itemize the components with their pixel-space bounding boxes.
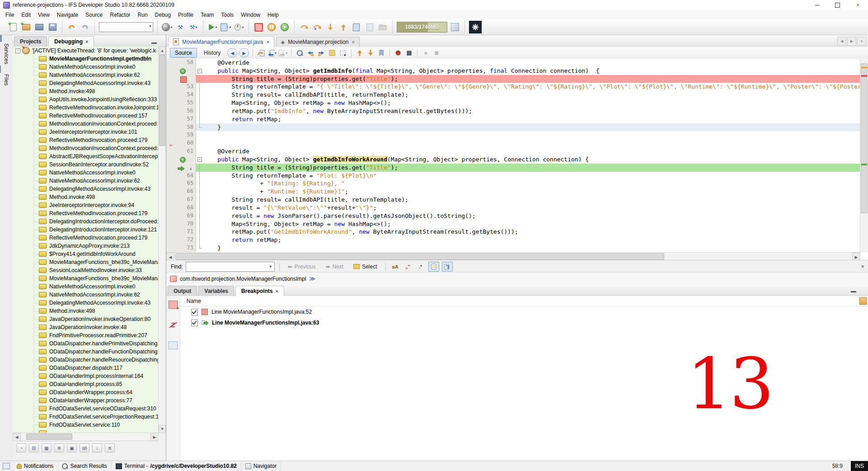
menu-team[interactable]: Team (197, 11, 217, 19)
fold-margin[interactable] (196, 212, 203, 220)
next-occurrence-icon[interactable] (317, 49, 326, 57)
stack-frame[interactable]: JavaOperationInvoker.invokeOperation:80 (13, 315, 159, 323)
fold-margin[interactable] (196, 172, 203, 180)
tree-vertical-scrollbar[interactable]: ▲ ▼ (158, 47, 166, 433)
line-number[interactable]: 50 (174, 59, 196, 67)
system-threads-icon[interactable]: ⚙ (54, 443, 64, 452)
menu-file[interactable]: File (2, 11, 18, 19)
collapse-icon[interactable]: − (15, 48, 20, 53)
scroll-down-icon[interactable]: ▼ (159, 425, 166, 433)
editor-tab-projection[interactable]: ◈ MovieManager.projection × (276, 37, 360, 47)
fold-margin[interactable] (196, 91, 203, 99)
minimize-panel-icon[interactable] (151, 42, 157, 44)
dock-tab-services[interactable]: Services (3, 43, 9, 64)
take-snapshot-button[interactable] (377, 22, 388, 33)
continue-button[interactable] (279, 22, 290, 33)
stack-frame[interactable]: JeeInterceptorInterceptor.invoke:101 (13, 128, 159, 136)
next-bookmark-icon[interactable] (366, 49, 375, 57)
wrap-search-icon[interactable] (442, 262, 453, 272)
line-number[interactable]: 61 (174, 147, 196, 155)
stack-frame[interactable]: ODataDispatcher.handleFunctionDispatchin… (13, 348, 159, 356)
menu-debug[interactable]: Debug (151, 11, 174, 19)
minimize-button[interactable] (807, 0, 827, 10)
monitors-icon[interactable]: ▣ (67, 443, 77, 452)
menu-help[interactable]: Help (264, 11, 282, 19)
line-number[interactable]: 66 (174, 188, 196, 196)
stack-frame[interactable]: Method.invoke:498 (13, 307, 159, 315)
statusbar-item-terminal[interactable]: Terminal - /cygdrive/c/DeveloperStudio10… (112, 461, 241, 471)
ifs-logo-icon[interactable] (469, 21, 482, 33)
stack-frame[interactable]: ReflectiveMethodInvocation.proceed:157 (13, 112, 159, 120)
new-breakpoint-icon[interactable] (169, 301, 178, 309)
stack-frame[interactable]: FndPrimitiveProcessor.readPrimitive:207 (13, 331, 159, 339)
back-icon[interactable]: ◀ (227, 48, 237, 57)
menu-tools[interactable]: Tools (217, 11, 237, 19)
stack-frame[interactable]: ODataHandlerImpl.process:85 (13, 380, 159, 388)
stop-macro-icon[interactable] (404, 49, 413, 57)
memory-indicator[interactable]: 1083/1740MB (397, 22, 447, 33)
line-number[interactable]: 54 (174, 91, 196, 99)
stack-frame[interactable]: NativeMethodAccessorImpl.invoke0 (13, 283, 159, 291)
tab-variables[interactable]: Variables (198, 286, 234, 296)
fold-margin[interactable] (196, 139, 203, 147)
stack-frame[interactable]: JeeInterceptorInterceptor.invoke:94 (13, 201, 159, 209)
line-number[interactable]: 57 (174, 115, 196, 123)
stack-frame[interactable]: ODataHandlerImpl.processInternal:164 (13, 372, 159, 380)
stack-frame[interactable]: MovieManagerFunctionsImpl.getImdbIn (13, 55, 159, 63)
fold-margin[interactable] (196, 147, 203, 155)
stack-frame[interactable]: NativeMethodAccessorImpl.invoke:62 (13, 71, 159, 79)
stack-frame[interactable]: JdkDynamicAopProxy.invoke:213 (13, 242, 159, 250)
output-window-icon[interactable] (3, 463, 10, 469)
stack-frame[interactable]: ODataDispatcher.dispatch:117 (13, 364, 159, 372)
stack-frame[interactable]: FndODataServlet.serviceProjectionRequest… (13, 413, 159, 421)
stack-frame[interactable]: $Proxy414.getImdbInfoWorkAround (13, 250, 159, 258)
stack-frame[interactable]: MethodInvocationInvocationContext.procee… (13, 120, 159, 128)
breadcrumb-path[interactable]: com.ifsworld.projection.MovieManagerFunc… (180, 276, 306, 282)
stack-frame[interactable]: MovieManagerFunctions_bhe39c_MovieManage (13, 258, 159, 266)
fold-margin[interactable] (196, 115, 203, 123)
fold-margin[interactable] (196, 107, 203, 115)
line-number[interactable]: 62↑ (174, 155, 196, 164)
back-history-icon[interactable]: ▾ (267, 49, 277, 57)
stack-frame[interactable]: JavaOperationInvoker.invoke:48 (13, 323, 159, 331)
close-button[interactable]: × (848, 0, 868, 10)
menu-navigate[interactable]: Navigate (53, 11, 82, 19)
scroll-tabs-left-icon[interactable]: ◀ (837, 37, 846, 46)
fold-margin[interactable] (196, 99, 203, 107)
run-to-cursor-button[interactable] (351, 22, 362, 33)
line-number[interactable]: 72 (174, 236, 196, 244)
close-icon[interactable]: × (275, 288, 278, 294)
record-macro-icon[interactable] (394, 49, 403, 57)
stack-frame[interactable]: NativeMethodAccessorImpl.invoke:62 (13, 177, 159, 185)
finish-debugger-button[interactable] (253, 22, 264, 33)
redo-button[interactable] (80, 22, 90, 33)
column-header-name[interactable]: Name (180, 296, 868, 306)
pause-button[interactable] (266, 22, 277, 33)
tab-output[interactable]: Output (168, 286, 197, 296)
match-case-icon[interactable]: aA (390, 262, 400, 271)
thread-node[interactable]: −'[ACTIVE] ExecuteThread: '8' for queue:… (13, 47, 159, 55)
fold-margin[interactable] (196, 188, 203, 196)
stack-frame[interactable]: DelegatingIntroductionInterceptor.doProc… (13, 217, 159, 226)
find-input[interactable] (188, 263, 267, 271)
fold-margin[interactable] (196, 123, 203, 132)
line-number[interactable]: 64 (174, 172, 196, 180)
history-icon[interactable]: ≣ (105, 443, 115, 452)
stack-frame[interactable]: NativeMethodAccessorImpl.invoke:62 (13, 291, 159, 299)
scroll-tabs-right-icon[interactable]: ▶ (847, 37, 856, 46)
comment-icon[interactable]: ≡ (421, 49, 430, 57)
editor-vertical-scrollbar[interactable] (860, 59, 868, 252)
last-edit-icon[interactable] (257, 49, 266, 57)
line-number[interactable]: 51↑ (174, 67, 196, 75)
statusbar-item-navigator[interactable]: Navigator (241, 461, 281, 471)
find-selection-icon[interactable] (295, 49, 304, 57)
dock-tab-files[interactable]: Files (3, 74, 9, 85)
close-icon[interactable]: × (85, 39, 88, 44)
save-all-button[interactable] (47, 22, 58, 33)
sort-suspended-icon[interactable]: ↕ (92, 443, 102, 452)
stack-frame[interactable]: Method.invoke:498 (13, 193, 159, 201)
fold-margin[interactable] (196, 131, 203, 139)
fold-margin[interactable] (196, 196, 203, 204)
override-icon[interactable]: ↑ (180, 68, 186, 74)
forward-icon[interactable]: ▶ (239, 48, 249, 57)
